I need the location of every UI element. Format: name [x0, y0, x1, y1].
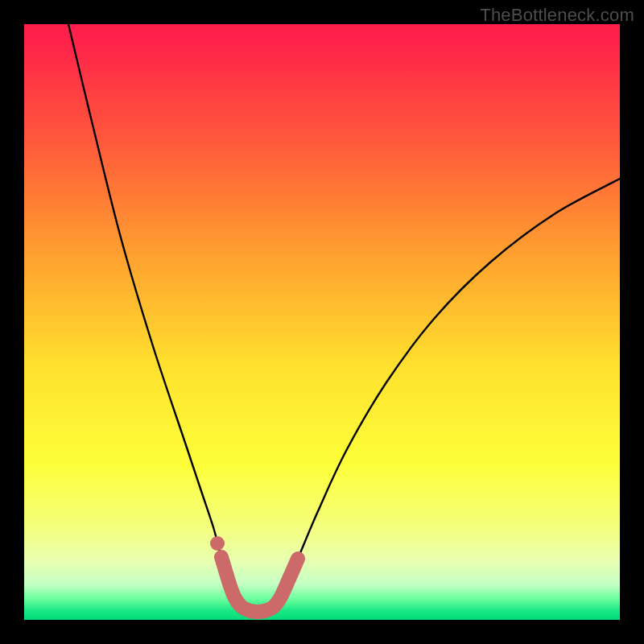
attribution-label: TheBottleneck.com	[480, 5, 634, 26]
marker-dot	[210, 536, 225, 551]
bottleneck-chart	[24, 24, 620, 620]
gradient-background	[24, 24, 620, 620]
chart-frame	[24, 24, 620, 620]
